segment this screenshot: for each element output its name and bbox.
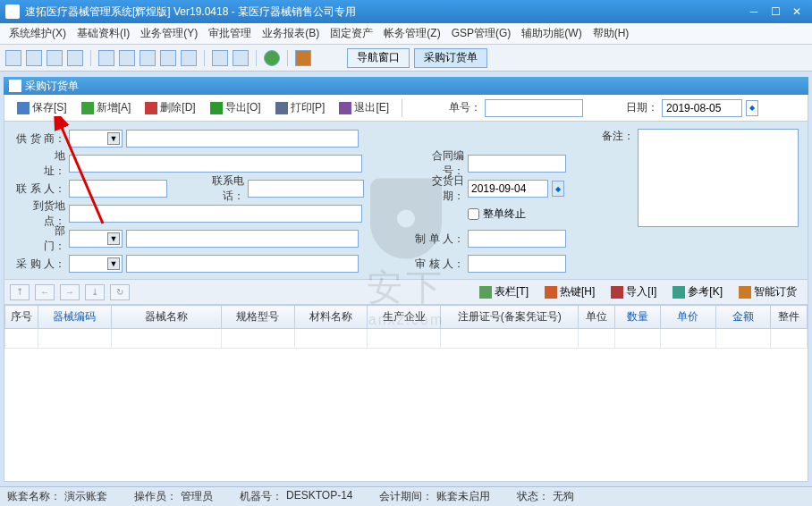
arrival-input[interactable] [69,205,362,223]
menu-help[interactable]: 帮助(H) [588,24,635,43]
toolbar-icon-3[interactable] [47,50,63,66]
smart-order-button[interactable]: 智能订货 [733,283,802,301]
toolbar-separator [287,50,288,66]
toolbar-icon-5[interactable] [98,50,114,66]
close-button[interactable]: ✕ [787,4,807,20]
terminate-checkbox[interactable] [468,208,479,220]
toolbar-icon-6[interactable] [119,50,135,66]
buyer-name-input[interactable] [126,255,359,273]
window-buttons: ─ ☐ ✕ [744,4,807,20]
maker-input[interactable] [468,230,566,248]
col-seq[interactable]: 序号 [5,306,38,329]
add-button[interactable]: 新增[A] [76,98,137,117]
date-input[interactable] [662,99,742,117]
rec-next-button[interactable]: → [60,284,80,300]
save-label: 保存[S] [32,100,67,115]
checker-input[interactable] [468,255,566,273]
col-amount[interactable]: 金额 [715,306,770,329]
address-input[interactable] [69,155,362,173]
notes-textarea[interactable] [638,129,799,227]
hotkey-icon [545,286,557,299]
grid-row[interactable] [5,329,808,349]
delivery-date-picker-button[interactable]: ◆ [552,181,564,197]
col-quantity[interactable]: 数量 [614,306,660,329]
toolbar-icon-help[interactable] [264,50,280,66]
menu-accounts[interactable]: 帐务管理(Z) [378,24,445,43]
toolbar-separator [90,50,91,66]
dept-name-input[interactable] [126,230,359,248]
print-button[interactable]: 打印[P] [270,98,331,117]
data-grid[interactable]: 序号 器械编码 器械名称 规格型号 材料名称 生产企业 注册证号(备案凭证号) … [4,305,808,482]
menu-gsp[interactable]: GSP管理(G) [446,24,517,43]
supplier-label: 供 货 商： [13,131,65,147]
app-icon [5,4,20,19]
rec-last-button[interactable]: ⤓ [85,284,105,300]
order-no-input[interactable] [485,99,583,117]
exit-icon [339,102,351,114]
contact-input[interactable] [69,180,167,198]
toolbar-icon-11[interactable] [233,50,249,66]
col-spec[interactable]: 规格型号 [221,306,294,329]
dropdown-arrow-icon: ▼ [107,132,120,145]
col-pack[interactable]: 整件 [770,306,807,329]
contact-label: 联 系 人： [13,181,65,197]
export-button[interactable]: 导出[O] [205,98,266,117]
menu-aux[interactable]: 辅助功能(W) [516,24,587,43]
maximize-button[interactable]: ☐ [765,4,785,20]
hotkey-button[interactable]: 热键[H] [539,283,600,301]
col-device-name[interactable]: 器械名称 [111,306,221,329]
minimize-button[interactable]: ─ [744,4,764,20]
operator-value: 管理员 [181,489,213,504]
menu-reports[interactable]: 业务报表(B) [257,24,325,43]
menu-basedata[interactable]: 基础资料(I) [72,24,135,43]
menu-assets[interactable]: 固定资产 [325,24,378,43]
col-unit[interactable]: 单位 [578,306,614,329]
account-label: 账套名称： [7,489,61,504]
nav-window-button[interactable]: 导航窗口 [347,48,410,68]
delivery-date-input[interactable] [468,180,548,198]
rec-first-button[interactable]: ⤒ [10,284,30,300]
supplier-name-input[interactable] [126,130,359,148]
subwindow-icon [9,80,21,92]
menu-approve[interactable]: 审批管理 [203,24,257,43]
smart-order-label: 智能订货 [754,284,797,299]
menu-business[interactable]: 业务管理(Y) [135,24,203,43]
toolbar-icon-4[interactable] [67,50,83,66]
date-picker-button[interactable]: ◆ [746,100,758,116]
toolbar-icon-10[interactable] [212,50,228,66]
toolbar-icon-logout[interactable] [295,50,311,66]
import-icon [611,286,623,299]
menu-system[interactable]: 系统维护(X) [4,24,72,43]
col-price[interactable]: 单价 [661,306,715,329]
app-title: 速拓医疗器械管理系统[辉煌版] Ver19.0418 - 某医疗器械销售公司专用 [25,4,744,20]
supplier-dropdown[interactable]: ▼ [69,130,123,148]
toolbar-icon-9[interactable] [181,50,197,66]
rec-prev-button[interactable]: ← [35,284,55,300]
col-material[interactable]: 材料名称 [294,306,368,329]
purchase-order-button[interactable]: 采购订货单 [414,48,487,68]
phone-label: 联系电话： [192,173,244,204]
dropdown-arrow-icon: ▼ [107,257,120,270]
toolbar-separator [204,50,205,66]
table-cols-button[interactable]: 表栏[T] [474,283,534,301]
toolbar-icon-1[interactable] [5,50,21,66]
col-reg-no[interactable]: 注册证号(备案凭证号) [441,306,579,329]
phone-input[interactable] [248,180,364,198]
buyer-dropdown[interactable]: ▼ [69,255,123,273]
col-device-code[interactable]: 器械编码 [38,306,111,329]
contract-input[interactable] [468,155,566,173]
reference-button[interactable]: 参考[K] [667,283,728,301]
buyer-label: 采 购 人： [13,257,65,272]
save-button[interactable]: 保存[S] [12,98,72,117]
toolbar-icon-8[interactable] [160,50,176,66]
dept-dropdown[interactable]: ▼ [69,230,123,248]
import-button[interactable]: 导入[I] [605,283,662,301]
period-label: 会计期间： [379,489,433,504]
col-manufacturer[interactable]: 生产企业 [368,306,441,329]
toolbar-icon-7[interactable] [140,50,156,66]
icon-toolbar: 导航窗口 采购订货单 [0,45,812,72]
delete-button[interactable]: 删除[D] [140,98,200,117]
rec-action-button[interactable]: ↻ [110,284,130,300]
exit-button[interactable]: 退出[E] [334,98,394,117]
toolbar-icon-2[interactable] [26,50,42,66]
